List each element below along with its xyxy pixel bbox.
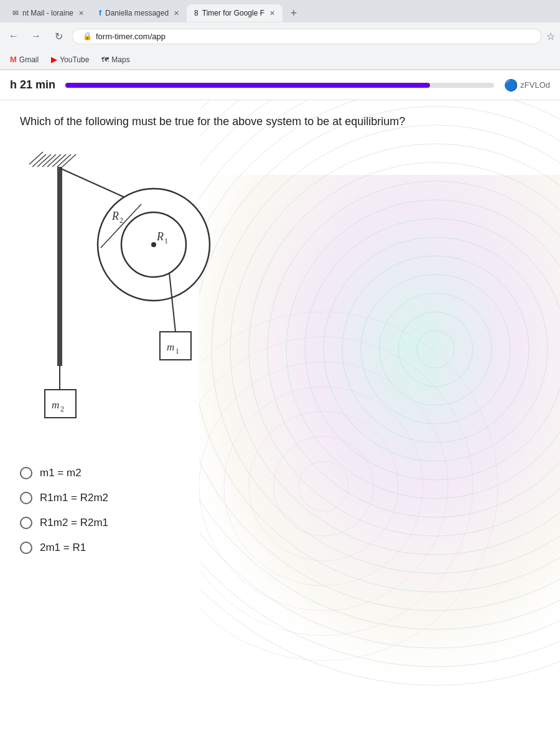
svg-text:m: m — [167, 341, 174, 353]
svg-point-37 — [151, 242, 156, 247]
back-button[interactable]: ← — [5, 27, 22, 45]
answer-option-2[interactable]: R1m1 = R2m2 — [20, 492, 540, 504]
tab-facebook-label: Daniella messaged — [105, 9, 169, 17]
zfvlod-icon: 🔵 — [504, 78, 518, 92]
answer-choices: m1 = m2 R1m1 = R2m2 R1m2 = R2m1 2m1 = R1 — [20, 467, 540, 554]
tab-timer-label: Timer for Google F — [202, 9, 264, 17]
tab-mail-label: nt Mail - loraine — [22, 9, 73, 17]
tab-mail[interactable]: ✉ nt Mail - loraine ✕ — [5, 4, 91, 22]
vertical-rod — [57, 167, 62, 366]
answer-option-1[interactable]: m1 = m2 — [20, 467, 540, 479]
radio-2[interactable] — [20, 492, 32, 504]
address-bar-row: ← → ↻ 🔒 form-timer.com/app ☆ — [0, 22, 560, 50]
tab-bar: ✉ nt Mail - loraine ✕ f Daniella message… — [0, 0, 560, 22]
timer-label: h 21 min — [10, 78, 55, 92]
browser-chrome: ✉ nt Mail - loraine ✕ f Daniella message… — [0, 0, 560, 70]
answer-label-1: m1 = m2 — [40, 467, 82, 479]
main-content: Which of the following must be true for … — [0, 100, 560, 747]
tab-timer[interactable]: 8 Timer for Google F ✕ — [187, 4, 282, 22]
svg-line-33 — [29, 152, 43, 164]
svg-text:R: R — [156, 230, 164, 243]
timer-progress-fill — [65, 83, 430, 88]
timer-progress-container — [65, 83, 494, 88]
refresh-button[interactable]: ↻ — [50, 27, 67, 45]
new-tab-button[interactable]: + — [285, 4, 302, 22]
radio-3[interactable] — [20, 517, 32, 529]
svg-text:1: 1 — [175, 347, 179, 355]
lock-icon: 🔒 — [83, 32, 92, 40]
answer-label-2: R1m1 = R2m2 — [40, 492, 108, 504]
tab-timer-close[interactable]: ✕ — [269, 9, 275, 17]
svg-text:R: R — [111, 210, 119, 222]
zfvlod-badge: 🔵 zFVLOd — [504, 78, 550, 92]
bookmarks-bar: M Gmail ▶ YouTube 🗺 Maps — [0, 50, 560, 70]
zfvlod-text: zFVLOd — [520, 80, 550, 90]
bookmark-gmail[interactable]: M Gmail — [5, 54, 44, 65]
svg-text:2: 2 — [119, 216, 123, 225]
radio-4[interactable] — [20, 542, 32, 554]
timer-bar: h 21 min 🔵 zFVLOd — [0, 70, 560, 100]
answer-option-3[interactable]: R1m2 = R2m1 — [20, 517, 540, 529]
maps-favicon: 🗺 — [101, 55, 109, 64]
diagram-container: R 2 R 1 m 1 m 2 — [20, 148, 256, 447]
facebook-tab-favicon: f — [99, 9, 101, 17]
bookmark-maps[interactable]: 🗺 Maps — [96, 54, 134, 65]
answer-label-3: R1m2 = R2m1 — [40, 517, 108, 529]
answer-option-4[interactable]: 2m1 = R1 — [20, 542, 540, 554]
svg-text:2: 2 — [60, 405, 64, 413]
address-field[interactable]: 🔒 form-timer.com/app — [72, 29, 541, 44]
youtube-label: YouTube — [60, 55, 89, 64]
mail-tab-favicon: ✉ — [12, 9, 19, 17]
maps-label: Maps — [111, 55, 129, 64]
question-text: Which of the following must be true for … — [20, 115, 540, 128]
bookmark-star-button[interactable]: ☆ — [546, 31, 555, 42]
gmail-label: Gmail — [19, 55, 39, 64]
radio-1[interactable] — [20, 467, 32, 479]
address-text: form-timer.com/app — [96, 32, 166, 41]
forward-button[interactable]: → — [27, 27, 45, 45]
answer-label-4: 2m1 = R1 — [40, 542, 86, 554]
tab-facebook-close[interactable]: ✕ — [174, 9, 179, 17]
svg-text:1: 1 — [164, 237, 168, 245]
timer-tab-favicon: 8 — [194, 9, 198, 17]
gmail-favicon: M — [10, 55, 17, 64]
tab-mail-close[interactable]: ✕ — [78, 9, 84, 17]
bookmark-youtube[interactable]: ▶ YouTube — [46, 54, 94, 65]
svg-rect-47 — [45, 390, 76, 418]
svg-rect-43 — [160, 332, 191, 360]
youtube-favicon: ▶ — [51, 55, 57, 64]
tab-facebook[interactable]: f Daniella messaged ✕ — [91, 4, 187, 22]
svg-text:m: m — [52, 399, 59, 411]
